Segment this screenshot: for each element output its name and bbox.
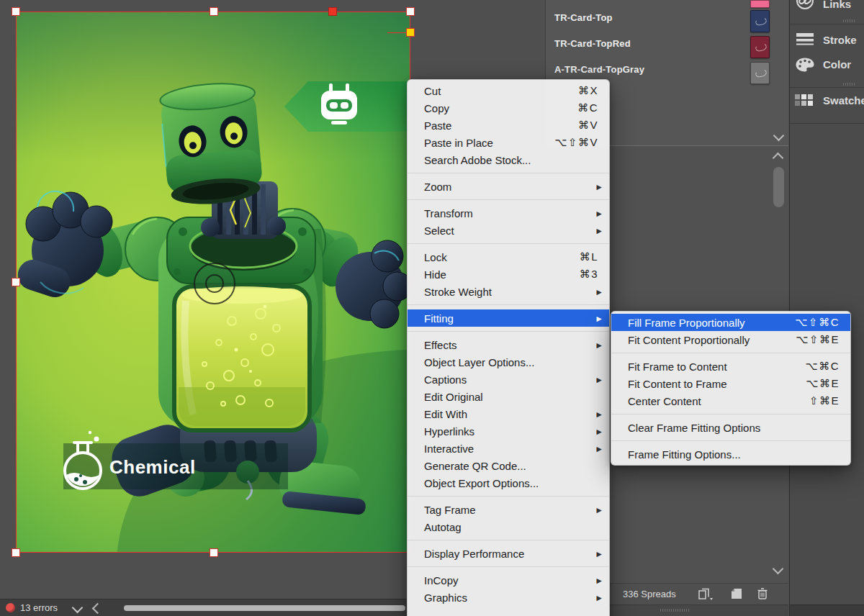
submenu-arrow-icon: ▶ <box>593 209 601 217</box>
scroll-left-icon[interactable] <box>92 603 104 615</box>
content-grabber[interactable] <box>194 263 235 304</box>
submenu-arrow-icon: ▶ <box>593 445 601 452</box>
page-transitions-icon[interactable] <box>698 588 714 601</box>
submenu-item-fit-frame-to-content[interactable]: Fit Frame to Content⌥⌘C <box>611 358 850 375</box>
submenu-arrow-icon: ▶ <box>593 594 601 601</box>
submenu-arrow-icon: ▶ <box>593 550 601 557</box>
dock-item-swatches[interactable]: Swatches <box>823 94 864 107</box>
menu-separator <box>611 353 850 353</box>
spreads-count: 336 Spreads <box>623 589 676 599</box>
menu-item-captions[interactable]: Captions▶ <box>408 371 609 388</box>
dock-item-color[interactable]: Color <box>823 58 851 71</box>
menu-item-graphics[interactable]: Graphics▶ <box>408 589 609 606</box>
grip-dots <box>843 83 856 86</box>
submenu-item-clear-frame-fitting-options[interactable]: Clear Frame Fitting Options <box>611 419 850 436</box>
panel-collapse-chevron-icon[interactable] <box>773 130 785 142</box>
dock-divider <box>790 87 864 88</box>
scroll-down-icon[interactable] <box>773 563 784 575</box>
menu-item-display-performance[interactable]: Display Performance▶ <box>408 545 609 562</box>
submenu-item-fit-content-to-frame[interactable]: Fit Content to Frame⌥⌘E <box>611 375 850 392</box>
dock-item-stroke[interactable]: Stroke <box>823 34 857 46</box>
submenu-item-fit-content-proportionally[interactable]: Fit Content Proportionally⌥⇧⌘E <box>611 331 850 348</box>
menu-item-select[interactable]: Select▶ <box>408 222 609 239</box>
menu-item-hide[interactable]: Hide⌘3 <box>408 266 609 283</box>
submenu-item-fill-frame-proportionally[interactable]: Fill Frame Proportionally⌥⇧⌘C <box>611 314 850 331</box>
menu-item-object-export-options[interactable]: Object Export Options... <box>408 474 609 492</box>
fitting-submenu: Fill Frame Proportionally⌥⇧⌘C Fit Conten… <box>611 311 851 466</box>
library-thumbnail-navy[interactable] <box>750 10 770 32</box>
menu-item-autotag[interactable]: Autotag <box>408 518 609 535</box>
menu-separator <box>408 173 609 173</box>
submenu-arrow-icon: ▶ <box>593 427 601 435</box>
dock-divider <box>790 24 864 24</box>
menu-item-paste[interactable]: Paste⌘V <box>408 117 609 134</box>
preflight-error-count[interactable]: 13 errors <box>20 602 58 613</box>
submenu-arrow-icon: ▶ <box>593 410 601 417</box>
submenu-arrow-icon: ▶ <box>593 183 601 190</box>
library-item-label[interactable]: A-TR-Card-TopGray <box>554 64 644 76</box>
vertical-scrollbar-thumb[interactable] <box>773 167 784 207</box>
menu-item-cut[interactable]: Cut⌘X <box>408 82 609 99</box>
menu-separator <box>408 331 609 332</box>
submenu-arrow-icon: ▶ <box>593 576 601 584</box>
menu-item-incopy[interactable]: InCopy▶ <box>408 571 609 589</box>
horizontal-scrollbar-thumb[interactable] <box>124 605 405 611</box>
grip-dots <box>660 609 689 612</box>
selection-handle-bottom-left[interactable] <box>12 548 20 557</box>
preflight-error-icon[interactable] <box>6 603 15 612</box>
menu-separator <box>408 199 609 200</box>
menu-item-paste-in-place[interactable]: Paste in Place⌥⇧⌘V <box>408 134 609 151</box>
robot-head-badge <box>284 81 410 132</box>
menu-item-edit-original[interactable]: Edit Original <box>408 388 609 405</box>
menu-item-lock[interactable]: Lock⌘L <box>408 248 609 266</box>
robot-card-artwork: Chemical <box>16 12 410 553</box>
selection-handle-left-mid[interactable] <box>12 278 20 286</box>
selection-handle-top-mid[interactable] <box>210 7 218 16</box>
submenu-arrow-icon: ▶ <box>593 314 601 322</box>
submenu-arrow-icon: ▶ <box>593 288 601 295</box>
menu-item-object-layer-options[interactable]: Object Layer Options... <box>408 353 609 371</box>
menu-item-transform[interactable]: Transform▶ <box>408 204 609 222</box>
swatches-icon <box>795 94 814 107</box>
menu-separator <box>408 243 609 244</box>
library-thumbnail-red[interactable] <box>750 36 770 58</box>
selection-handle-top-right[interactable] <box>406 7 415 16</box>
menu-separator <box>611 414 850 415</box>
library-item-label[interactable]: TR-Card-TopRed <box>554 38 631 50</box>
menu-item-interactive[interactable]: Interactive▶ <box>408 440 609 457</box>
trash-icon[interactable] <box>757 587 768 600</box>
library-thumbnail-gray[interactable] <box>750 62 770 84</box>
library-thumbnail-pink[interactable] <box>750 0 770 8</box>
submenu-item-center-content[interactable]: Center Content⇧⌘E <box>611 392 850 409</box>
menu-item-effects[interactable]: Effects▶ <box>408 336 609 353</box>
content-handle-top[interactable] <box>328 7 337 16</box>
preflight-menu-chevron-icon[interactable] <box>72 602 84 614</box>
menu-separator <box>408 566 609 567</box>
menu-item-search-adobe-stock[interactable]: Search Adobe Stock... <box>408 151 609 168</box>
selection-handle-bottom-mid[interactable] <box>210 548 218 557</box>
menu-item-zoom[interactable]: Zoom▶ <box>408 178 609 195</box>
menu-separator <box>408 496 609 497</box>
menu-item-tag-frame[interactable]: Tag Frame▶ <box>408 501 609 518</box>
scroll-up-icon[interactable] <box>773 153 784 164</box>
stroke-icon <box>796 33 814 46</box>
submenu-arrow-icon: ▶ <box>593 341 601 348</box>
menu-item-generate-qr-code[interactable]: Generate QR Code... <box>408 457 609 474</box>
submenu-arrow-icon: ▶ <box>593 376 601 383</box>
menu-item-copy[interactable]: Copy⌘C <box>408 99 609 117</box>
new-page-icon[interactable] <box>731 588 742 599</box>
menu-item-stroke-weight[interactable]: Stroke Weight▶ <box>408 283 609 300</box>
library-item-label[interactable]: TR-Card-Top <box>554 12 613 24</box>
color-icon <box>796 58 814 72</box>
submenu-item-frame-fitting-options[interactable]: Frame Fitting Options... <box>611 445 850 463</box>
dock-item-links[interactable]: Links <box>823 0 851 10</box>
content-handle-right[interactable] <box>406 28 415 37</box>
menu-item-edit-with[interactable]: Edit With▶ <box>408 405 609 422</box>
menu-item-fitting[interactable]: Fitting▶ <box>408 309 609 327</box>
menu-separator <box>408 304 609 305</box>
dock-divider <box>790 123 864 124</box>
selection-handle-top-left[interactable] <box>12 7 20 16</box>
menu-item-hyperlinks[interactable]: Hyperlinks▶ <box>408 422 609 440</box>
selected-image-frame[interactable]: Chemical <box>16 12 410 553</box>
submenu-arrow-icon: ▶ <box>593 227 601 234</box>
